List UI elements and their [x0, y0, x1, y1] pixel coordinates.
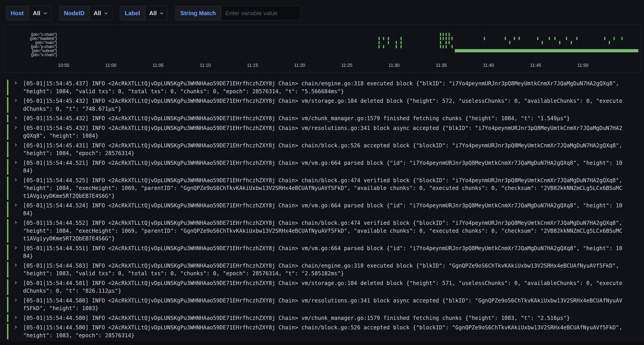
log-volume-mark: [440, 45, 441, 48]
expand-chevron-icon[interactable]: [8, 219, 23, 243]
expand-chevron-icon[interactable]: [8, 314, 23, 322]
log-volume-mark: [614, 37, 614, 40]
log-volume-band: [455, 49, 638, 52]
expand-chevron-icon[interactable]: [8, 97, 23, 113]
log-volume-mark: [440, 33, 441, 36]
expand-chevron-icon[interactable]: [8, 324, 23, 339]
log-row[interactable]: [05-01|15:54:44.525] INFO <2AcRkXTLLtQjv…: [7, 177, 638, 200]
log-volume-mark: [576, 37, 578, 40]
log-volume-mark: [570, 41, 572, 44]
log-row[interactable]: [05-01|15:54:44.524] INFO <2AcRkXTLLtQjv…: [7, 202, 638, 217]
legend-series-label: {job="p-chain"}: [4, 45, 57, 49]
log-volume-mark: [378, 41, 380, 44]
variable-dropdown-label[interactable]: All: [145, 6, 168, 20]
log-volume-mark: [452, 37, 452, 40]
log-volume-mark: [566, 37, 567, 40]
log-row[interactable]: [05-01|15:54:45.437] INFO <2AcRkXTLLtQjv…: [7, 80, 638, 95]
log-volume-plot: 10:5511:0011:0511:1011:1511:2011:2511:30…: [60, 25, 638, 72]
x-tick-label: 11:20: [294, 63, 305, 68]
log-volume-mark: [518, 37, 520, 40]
legend-series-label: {job="c-chain"}: [4, 32, 57, 36]
expand-chevron-icon[interactable]: [8, 202, 23, 217]
variable-value-label: All: [149, 10, 156, 17]
x-tick-label: 11:35: [436, 63, 447, 68]
expand-chevron-icon[interactable]: [8, 245, 23, 260]
log-text: [05-01|15:54:45.437] INFO <2AcRkXTLLtQjv…: [23, 80, 623, 95]
expand-chevron-icon[interactable]: [8, 159, 23, 175]
log-row[interactable]: [05-01|15:54:45.432] INFO <2AcRkXTLLtQjv…: [7, 115, 638, 122]
log-row[interactable]: [05-01|15:54:45.432] INFO <2AcRkXTLLtQjv…: [7, 124, 638, 140]
log-volume-mark: [440, 37, 441, 40]
page: Host All NodeID All Label All: [0, 0, 644, 339]
gridline: [158, 28, 158, 61]
legend-series-label: {job="loadtest"}: [4, 36, 57, 40]
log-volume-mark: [604, 37, 605, 40]
x-tick-label: 11:40: [483, 63, 494, 68]
log-row[interactable]: [05-01|15:54:44.580] INFO <2AcRkXTLLtQjv…: [7, 297, 638, 313]
log-text: [05-01|15:54:45.432] INFO <2AcRkXTLLtQjv…: [23, 124, 623, 140]
chevron-down-icon: [43, 11, 48, 15]
log-volume-mark: [388, 41, 389, 44]
log-volume-mark: [378, 45, 380, 48]
expand-chevron-icon[interactable]: [8, 124, 23, 140]
log-volume-mark: [383, 45, 384, 48]
log-row[interactable]: [05-01|15:54:44.581] INFO <2AcRkXTLLtQjv…: [7, 279, 638, 295]
expand-chevron-icon[interactable]: [8, 80, 23, 95]
variable-dropdown-nodeid[interactable]: All: [90, 6, 112, 20]
variable-dropdown-host[interactable]: All: [29, 6, 52, 20]
legend-series-label: {job="main"}: [4, 40, 57, 45]
log-text: [05-01|15:54:44.580] INFO <2AcRkXTLLtQjv…: [23, 297, 623, 313]
log-text: [05-01|15:54:45.431] INFO <2AcRkXTLLtQjv…: [23, 142, 623, 157]
log-volume-mark: [452, 45, 452, 48]
legend-series-label: {job="x-chain"}: [4, 53, 57, 57]
gridline: [64, 28, 64, 61]
log-text: [05-01|15:54:44.580] INFO <2AcRkXTLLtQjv…: [23, 314, 623, 322]
log-volume-mark: [400, 41, 402, 44]
expand-chevron-icon[interactable]: [8, 262, 23, 278]
expand-chevron-icon[interactable]: [8, 279, 23, 295]
log-volume-mark: [448, 37, 450, 40]
log-row[interactable]: [05-01|15:54:45.432] INFO <2AcRkXTLLtQjv…: [7, 97, 638, 113]
log-volume-mark: [559, 41, 560, 44]
chevron-down-icon: [159, 11, 164, 15]
expand-chevron-icon[interactable]: [8, 115, 23, 122]
log-row[interactable]: [05-01|15:54:44.580] INFO <2AcRkXTLLtQjv…: [7, 314, 638, 322]
expand-chevron-icon[interactable]: [8, 297, 23, 313]
log-text: [05-01|15:54:45.432] INFO <2AcRkXTLLtQjv…: [23, 97, 623, 113]
gridline: [394, 28, 394, 61]
string-match-input[interactable]: [221, 6, 300, 20]
log-volume-mark: [505, 37, 506, 40]
log-row[interactable]: [05-01|15:54:45.431] INFO <2AcRkXTLLtQjv…: [7, 142, 638, 157]
x-tick-label: 11:00: [105, 63, 116, 68]
x-tick-label: 11:50: [578, 63, 588, 68]
log-volume-mark: [443, 37, 444, 40]
log-volume-mark: [440, 41, 441, 44]
variable-label-host: Host: [6, 6, 28, 20]
log-rows-list: [05-01|15:54:45.437] INFO <2AcRkXTLLtQjv…: [0, 80, 644, 339]
log-row[interactable]: [05-01|15:54:44.551] INFO <2AcRkXTLLtQjv…: [7, 245, 638, 260]
log-volume-mark: [537, 37, 538, 40]
log-volume-mark: [446, 37, 447, 40]
variable-nodeid: NodeID All: [59, 6, 112, 20]
log-text: [05-01|15:54:44.521] INFO <2AcRkXTLLtQjv…: [23, 159, 623, 175]
log-row[interactable]: [05-01|15:54:44.580] INFO <2AcRkXTLLtQjv…: [7, 324, 638, 339]
variables-toolbar: Host All NodeID All Label All: [0, 0, 644, 20]
log-row[interactable]: [05-01|15:54:44.552] INFO <2AcRkXTLLtQjv…: [7, 219, 638, 243]
log-row[interactable]: [05-01|15:54:44.583] INFO <2AcRkXTLLtQjv…: [7, 262, 638, 278]
expand-chevron-icon[interactable]: [8, 142, 23, 157]
gridline: [252, 28, 253, 61]
log-text: [05-01|15:54:44.551] INFO <2AcRkXTLLtQjv…: [23, 245, 623, 260]
log-volume-mark: [396, 41, 397, 44]
expand-chevron-icon[interactable]: [8, 177, 23, 200]
variable-string-match: String Match: [176, 6, 300, 20]
x-tick-label: 10:55: [58, 63, 69, 68]
gridline: [583, 28, 583, 61]
log-volume-mark: [448, 41, 450, 44]
log-volume-mark: [443, 33, 444, 36]
x-tick-label: 11:30: [388, 63, 400, 68]
log-volume-panel: {job="c-chain"}{job="loadtest"}{job="mai…: [3, 24, 641, 72]
x-tick-label: 11:05: [152, 63, 164, 68]
log-row[interactable]: [05-01|15:54:44.521] INFO <2AcRkXTLLtQjv…: [7, 159, 638, 175]
log-volume-mark: [446, 45, 447, 48]
gridline: [347, 28, 347, 61]
